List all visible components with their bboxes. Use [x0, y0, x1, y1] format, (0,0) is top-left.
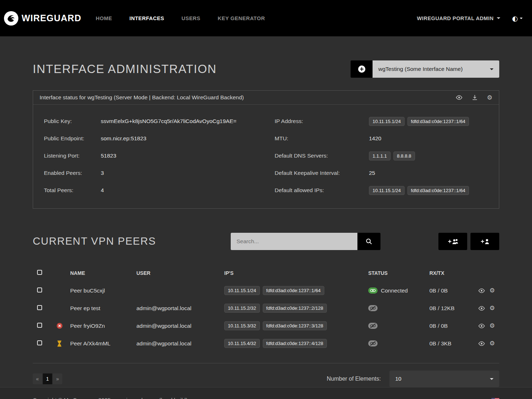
pagination-prev-button[interactable]: « — [33, 373, 42, 384]
theme-contrast-icon: ◐ — [512, 14, 518, 22]
navbar: WIREGUARD HOME INTERFACES USERS KEY GENE… — [0, 0, 532, 36]
theme-toggle-dropdown[interactable]: ◐ — [512, 14, 523, 22]
chevron-down-icon — [490, 378, 493, 380]
chevron-down-icon — [490, 68, 493, 70]
peer-ip-badge: fdfd:d3ad:c0de:1237::1/64 — [263, 286, 324, 295]
peer-settings-button[interactable]: ⚙ — [490, 287, 495, 294]
search-button[interactable] — [357, 233, 380, 250]
allowed-ip-badge: 10.11.15.1/24 — [369, 186, 405, 195]
col-header-name: NAME — [67, 270, 134, 276]
detail-row: Default allowed IPs: 10.11.15.1/24 fdfd:… — [275, 182, 488, 199]
peer-name: Peer buC5cxjl — [67, 287, 134, 294]
nav-item-key-generator[interactable]: KEY GENERATOR — [218, 15, 265, 21]
download-icon — [472, 95, 478, 100]
chevron-down-icon — [520, 18, 523, 19]
col-header-user: USER — [134, 270, 221, 276]
peer-view-button[interactable] — [478, 288, 485, 293]
interface-settings-button[interactable]: ⚙ — [487, 95, 492, 101]
brand-text: WIREGUARD — [22, 13, 81, 23]
admin-dropdown-label: WIREGUARD PORTAL ADMIN — [417, 15, 493, 21]
detail-row: Default Keepalive Interval: 25 — [275, 164, 488, 182]
peer-name: Peer A/Xk4mML — [67, 340, 134, 347]
mtu-value: 1420 — [369, 135, 488, 142]
peer-settings-button[interactable]: ⚙ — [490, 305, 495, 311]
download-config-button[interactable] — [472, 95, 478, 100]
peer-status-text: Connected — [381, 287, 408, 294]
peer-view-button[interactable] — [478, 323, 485, 328]
peer-settings-button[interactable]: ⚙ — [490, 323, 495, 329]
detail-label: Total Peers: — [44, 187, 101, 194]
peer-ip-badge: fdfd:d3ad:c0de:1237::2/128 — [263, 304, 327, 313]
elements-per-page-value: 10 — [395, 376, 401, 382]
pagination: « 1 » — [33, 373, 62, 384]
nav-item-users[interactable]: USERS — [181, 15, 200, 21]
gear-icon: ⚙ — [490, 323, 495, 329]
table-row: Peer ep test admin@wgportal.local 10.11.… — [33, 299, 499, 317]
detail-row: Enabled Peers: 3 — [44, 164, 266, 182]
peer-ip-badge: fdfd:d3ad:c0de:1237::4/128 — [263, 339, 327, 348]
add-peer-button[interactable] — [470, 233, 499, 250]
add-multiple-peers-button[interactable] — [438, 233, 467, 250]
eye-icon — [478, 341, 485, 346]
select-all-checkbox[interactable] — [37, 270, 42, 275]
detail-label: Public Key: — [44, 118, 101, 124]
search-icon — [366, 238, 372, 245]
page-title: INTERFACE ADMINISTRATION — [33, 62, 217, 76]
peer-settings-button[interactable]: ⚙ — [490, 340, 495, 346]
table-row: Peer fryiO9Zn admin@wgportal.local 10.11… — [33, 317, 499, 335]
peer-checkbox[interactable] — [37, 323, 42, 328]
interface-details-left: Public Key: ssvmEelxG+k8jsNO5G7cq5r/Ak7l… — [44, 113, 266, 199]
elements-per-page-label: Number of Elements: — [327, 376, 381, 382]
nav-item-home[interactable]: HOME — [96, 15, 112, 21]
link-off-icon — [368, 305, 378, 311]
search-input[interactable] — [231, 233, 357, 250]
table-row: Peer buC5cxjl 10.11.15.1/24 fdfd:d3ad:c0… — [33, 282, 499, 299]
detail-label: MTU: — [275, 135, 369, 142]
peer-checkbox[interactable] — [37, 305, 42, 310]
chevron-down-icon — [497, 17, 500, 19]
detail-label: Default Keepalive Interval: — [275, 170, 369, 176]
detail-row: Public Endpoint: som.nicr.ep:51823 — [44, 130, 266, 147]
peer-checkbox[interactable] — [37, 340, 42, 345]
gear-icon: ⚙ — [490, 305, 495, 311]
peer-ip-badge: 10.11.15.1/24 — [224, 286, 260, 295]
peer-rxtx: 0B / 0B — [427, 323, 467, 329]
interface-select[interactable]: wgTesting (Some Interface Name) — [373, 60, 499, 78]
peer-ip-badge: 10.11.15.4/32 — [224, 339, 260, 348]
listening-port-value: 51823 — [101, 153, 266, 159]
elements-per-page-select[interactable]: 10 — [389, 371, 499, 387]
detail-row: Listening Port: 51823 — [44, 147, 266, 164]
detail-label: Listening Port: — [44, 153, 101, 159]
table-row: Peer A/Xk4mML admin@wgportal.local 10.11… — [33, 335, 499, 352]
link-off-icon — [368, 340, 378, 346]
peer-view-button[interactable] — [478, 341, 485, 346]
main-content: INTERFACE ADMINISTRATION wgTesting (Some… — [33, 36, 499, 387]
interface-picker: wgTesting (Some Interface Name) — [351, 60, 499, 78]
admin-dropdown[interactable]: WIREGUARD PORTAL ADMIN — [417, 15, 500, 21]
nav-item-interfaces[interactable]: INTERFACES — [129, 15, 164, 21]
public-key-value: ssvmEelxG+k8jsNO5G7cq5r/Ak7liCodAvOyoCg1… — [101, 118, 266, 124]
link-off-icon — [368, 323, 378, 329]
peer-view-button[interactable] — [478, 306, 485, 311]
add-user-icon — [480, 238, 490, 245]
pagination-page-1[interactable]: 1 — [43, 373, 52, 384]
interface-status-card: Interface status for wgTesting (Server M… — [33, 90, 499, 209]
gear-icon: ⚙ — [490, 340, 495, 346]
peer-ip-badge: fdfd:d3ad:c0de:1237::3/128 — [263, 321, 327, 330]
add-multiple-users-icon — [447, 238, 459, 245]
add-interface-button[interactable] — [351, 60, 373, 78]
wireguard-brand[interactable]: WIREGUARD — [4, 11, 81, 26]
total-peers-value: 4 — [101, 187, 266, 194]
pagination-next-button[interactable]: » — [53, 373, 62, 384]
dns-badge: 1.1.1.1 — [369, 151, 391, 160]
peer-expiring-icon — [57, 340, 62, 347]
nav-links: HOME INTERFACES USERS KEY GENERATOR — [96, 15, 265, 21]
interface-select-value: wgTesting (Some Interface Name) — [378, 66, 463, 72]
public-endpoint-value: som.nicr.ep:51823 — [101, 135, 266, 142]
peer-rxtx: 0B / 3KB — [427, 340, 467, 347]
peer-rxtx: 0B / 12KB — [427, 305, 467, 312]
detail-row: MTU: 1420 — [275, 130, 488, 147]
peer-checkbox[interactable] — [37, 287, 42, 293]
view-config-button[interactable] — [456, 95, 463, 100]
wireguard-logo-icon — [4, 11, 19, 26]
